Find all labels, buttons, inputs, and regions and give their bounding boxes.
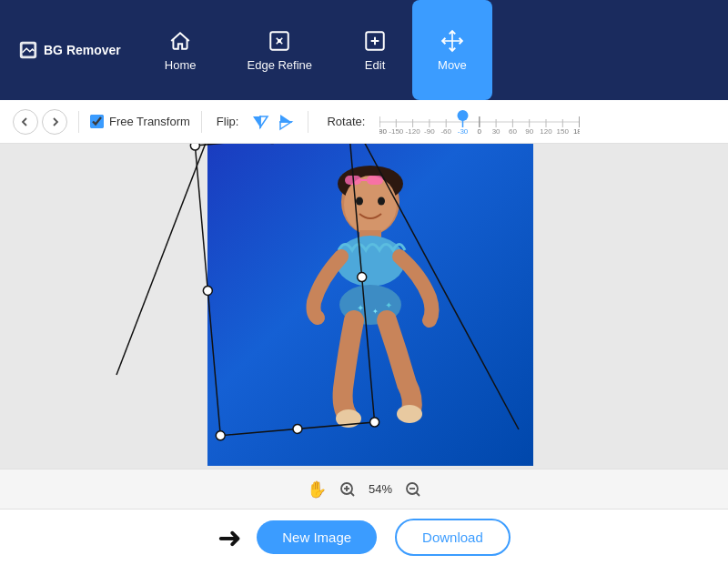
main-content: Free Transform Flip: Rotate: — [0, 100, 728, 565]
zoom-out-icon — [405, 481, 421, 498]
tab-move[interactable]: Move — [412, 0, 492, 100]
svg-text:60: 60 — [509, 127, 517, 135]
zoom-in-button[interactable] — [339, 481, 356, 498]
svg-text:-150: -150 — [389, 127, 405, 135]
svg-text:-90: -90 — [424, 127, 435, 135]
hand-icon: ✋ — [307, 479, 327, 499]
rotate-ruler[interactable]: -180 -150 -120 -90 -60 -30 0 30 — [376, 109, 583, 135]
rotate-label: Rotate: — [327, 115, 365, 128]
hand-tool-button[interactable]: ✋ — [307, 479, 327, 499]
svg-text:✦: ✦ — [385, 300, 392, 310]
svg-point-43 — [356, 197, 363, 205]
tab-home[interactable]: Home — [139, 0, 222, 100]
svg-marker-5 — [253, 116, 260, 127]
tab-edge-refine[interactable]: Edge Refine — [222, 0, 339, 100]
forward-button[interactable] — [42, 109, 67, 135]
svg-marker-10 — [280, 122, 291, 129]
flip-horizontal-button[interactable] — [249, 111, 271, 133]
svg-text:-60: -60 — [441, 127, 452, 135]
tab-edit[interactable]: Edit — [338, 0, 412, 100]
tab-edit-label: Edit — [365, 58, 385, 72]
svg-line-56 — [116, 144, 207, 375]
toolbar-divider-2 — [201, 111, 202, 133]
svg-text:-120: -120 — [406, 127, 421, 135]
arrow-icon: ➜ — [217, 520, 242, 555]
svg-text:0: 0 — [478, 127, 482, 135]
svg-text:30: 30 — [492, 127, 500, 135]
child-svg: ✦ ✦ ✦ — [279, 152, 461, 452]
main-image: ✦ ✦ ✦ — [207, 144, 533, 466]
zoom-percent: 54% — [369, 482, 392, 496]
zoom-out-button[interactable] — [405, 481, 421, 498]
svg-point-3 — [278, 39, 280, 41]
svg-text:150: 150 — [557, 127, 570, 135]
rotate-ruler-svg[interactable]: -180 -150 -120 -90 -60 -30 0 30 — [379, 109, 580, 135]
app-logo: BG Remover — [9, 0, 130, 100]
tab-home-label: Home — [165, 58, 197, 72]
nav-tabs: Home Edge Refine Edit Move — [139, 0, 492, 100]
app-logo-icon — [18, 40, 38, 60]
tab-move-label: Move — [438, 58, 467, 72]
svg-text:-180: -180 — [379, 127, 388, 135]
toolbar-nav — [13, 109, 67, 135]
app-header: BG Remover Home Edge Refine Ed — [0, 0, 728, 100]
app-title: BG Remover — [44, 43, 121, 57]
free-transform-checkbox[interactable] — [90, 115, 104, 128]
tab-edge-refine-label: Edge Refine — [248, 58, 313, 72]
svg-rect-51 — [367, 176, 383, 185]
svg-point-24 — [458, 110, 469, 121]
flip-buttons — [249, 111, 297, 133]
svg-marker-7 — [260, 116, 268, 127]
svg-line-68 — [350, 492, 354, 496]
canvas-area[interactable]: ✦ ✦ ✦ — [0, 144, 728, 469]
free-transform-toggle[interactable]: Free Transform — [90, 115, 190, 128]
svg-point-49 — [397, 405, 422, 423]
svg-text:✦: ✦ — [372, 308, 379, 316]
toolbar-divider-1 — [78, 111, 79, 133]
svg-text:90: 90 — [526, 127, 534, 135]
toolbar: Free Transform Flip: Rotate: — [0, 100, 728, 144]
arrow-container: ➜ — [217, 520, 238, 555]
free-transform-label: Free Transform — [109, 115, 190, 128]
new-image-button[interactable]: New Image — [257, 520, 377, 554]
svg-point-59 — [190, 144, 200, 150]
footer: ➜ New Image Download — [0, 509, 728, 565]
back-button[interactable] — [13, 109, 38, 135]
svg-text:✦: ✦ — [357, 303, 364, 313]
zoom-in-icon — [339, 481, 356, 498]
svg-line-72 — [417, 492, 420, 496]
image-content: ✦ ✦ ✦ — [207, 144, 533, 466]
download-button[interactable]: Download — [395, 519, 511, 556]
svg-rect-50 — [345, 176, 361, 185]
svg-point-48 — [336, 409, 361, 428]
flip-horizontal-icon — [251, 113, 269, 131]
svg-text:180: 180 — [573, 127, 580, 135]
svg-point-44 — [378, 197, 385, 205]
flip-label: Flip: — [217, 115, 239, 128]
canvas-inner: ✦ ✦ ✦ — [0, 144, 728, 469]
bottom-toolbar: ✋ 54% — [0, 469, 728, 509]
toolbar-divider-3 — [308, 111, 308, 133]
svg-marker-8 — [280, 115, 291, 122]
flip-vertical-button[interactable] — [275, 111, 297, 133]
svg-text:120: 120 — [541, 127, 553, 135]
svg-text:-30: -30 — [458, 127, 469, 135]
flip-vertical-icon — [277, 113, 295, 131]
